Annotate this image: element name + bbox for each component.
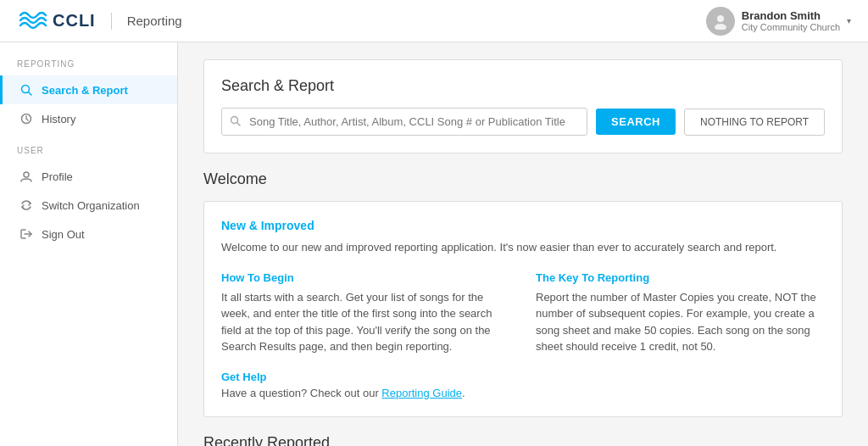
svg-line-8 — [237, 122, 241, 125]
get-help-title: Get Help — [221, 371, 825, 383]
content-area: Search & Report SEARCH NOTHING TO REPORT — [178, 42, 868, 446]
sidebar-item-profile-label: Profile — [42, 170, 73, 183]
sidebar-item-switch-org[interactable]: Switch Organization — [0, 191, 177, 220]
search-input[interactable] — [221, 108, 587, 136]
recently-reported-title: Recently Reported — [203, 434, 843, 447]
sidebar-item-sign-out-label: Sign Out — [42, 228, 85, 241]
profile-icon — [19, 170, 33, 183]
svg-point-0 — [717, 15, 724, 22]
user-org: City Community Church — [742, 22, 840, 32]
logo-divider — [111, 13, 112, 30]
welcome-title: Welcome — [203, 170, 843, 188]
sidebar-item-search-report-label: Search & Report — [42, 84, 128, 97]
search-section-title: Search & Report — [221, 77, 825, 95]
sidebar-item-history-label: History — [42, 113, 75, 125]
sidebar-item-sign-out[interactable]: Sign Out — [0, 220, 177, 248]
how-to-begin-col: How To Begin It all starts with a search… — [221, 271, 510, 355]
sidebar-item-history[interactable]: History — [0, 104, 177, 133]
get-help-end: . — [462, 387, 465, 399]
header: CCLI Reporting Brandon Smith City Commun… — [0, 0, 868, 42]
recently-reported-section: Recently Reported Songs TITLE AUTHOR CCL… — [203, 434, 843, 447]
svg-line-3 — [29, 92, 32, 96]
welcome-section: Welcome New & Improved Welcome to our ne… — [203, 170, 843, 417]
get-help-text: Have a question? Check out our Reporting… — [221, 387, 825, 399]
search-report-section: Search & Report SEARCH NOTHING TO REPORT — [203, 59, 843, 153]
svg-point-1 — [715, 24, 726, 30]
chevron-down-icon: ▾ — [847, 16, 851, 25]
search-input-icon — [230, 115, 241, 129]
avatar — [706, 7, 735, 36]
app-title: Reporting — [127, 14, 182, 28]
ccli-logo: CCLI — [17, 8, 96, 34]
sign-out-icon — [19, 227, 33, 241]
svg-point-5 — [24, 172, 29, 177]
nothing-to-report-button[interactable]: NOTHING TO REPORT — [684, 109, 825, 136]
sidebar-item-profile[interactable]: Profile — [0, 162, 177, 191]
switch-org-icon — [19, 198, 33, 212]
new-improved-desc: Welcome to our new and improved reportin… — [221, 239, 825, 256]
logo-waves-icon — [17, 8, 47, 34]
get-help-pre-text: Have a question? Check out our — [221, 387, 381, 399]
welcome-card: New & Improved Welcome to our new and im… — [203, 201, 843, 417]
key-reporting-text: Report the number of Master Copies you c… — [536, 289, 825, 355]
user-info: Brandon Smith City Community Church — [742, 9, 840, 32]
header-left: CCLI Reporting — [17, 8, 182, 34]
user-avatar-icon — [712, 13, 729, 30]
key-reporting-title: The Key To Reporting — [536, 271, 825, 284]
search-icon — [19, 83, 33, 97]
sidebar-user-label: USER — [0, 146, 177, 162]
welcome-cols: How To Begin It all starts with a search… — [221, 271, 825, 355]
sidebar: REPORTING Search & Report History USER — [0, 42, 178, 446]
key-reporting-col: The Key To Reporting Report the number o… — [536, 271, 825, 355]
history-icon — [19, 112, 33, 125]
logo-ccli: CCLI — [53, 11, 96, 31]
how-to-begin-title: How To Begin — [221, 271, 510, 284]
search-input-wrap — [221, 108, 587, 136]
user-name: Brandon Smith — [742, 9, 821, 22]
reporting-guide-link[interactable]: Reporting Guide — [381, 387, 462, 399]
main-layout: REPORTING Search & Report History USER — [0, 42, 868, 446]
sidebar-item-search-report[interactable]: Search & Report — [0, 75, 177, 104]
sidebar-item-switch-org-label: Switch Organization — [42, 199, 140, 212]
how-to-begin-text: It all starts with a search. Get your li… — [221, 289, 510, 355]
header-user[interactable]: Brandon Smith City Community Church ▾ — [706, 7, 851, 36]
search-button[interactable]: SEARCH — [596, 109, 676, 135]
new-improved-title: New & Improved — [221, 219, 825, 232]
search-bar: SEARCH NOTHING TO REPORT — [221, 108, 825, 136]
sidebar-reporting-label: REPORTING — [0, 59, 177, 75]
